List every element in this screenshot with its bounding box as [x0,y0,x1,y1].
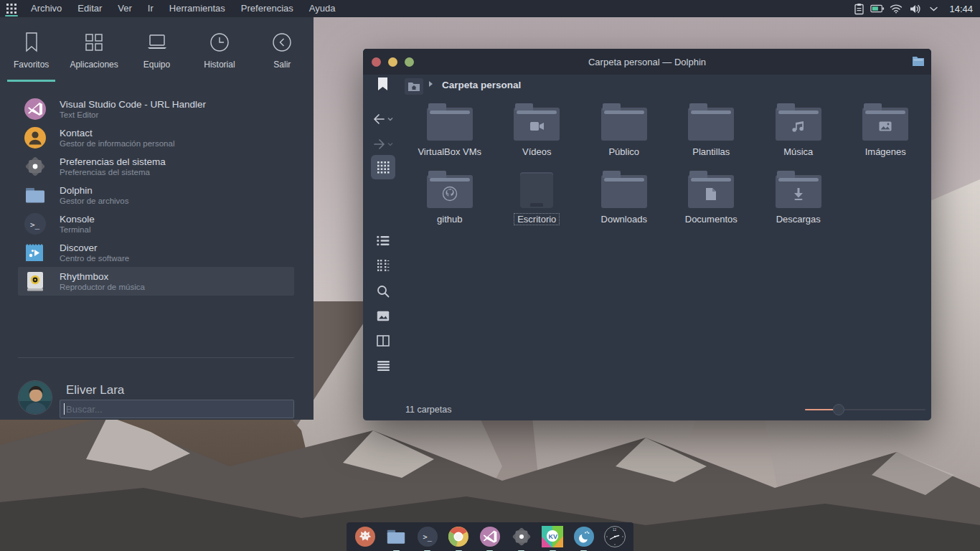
folder-label: github [433,213,466,225]
menu-editar[interactable]: Editar [70,0,110,17]
window-titlebar[interactable]: Carpeta personal — Dolphin [363,49,931,75]
system-settings-icon [24,155,47,178]
firefox-icon [354,526,376,547]
dolphin-statusbar: 11 carpetas [363,399,931,420]
app-row-system-settings[interactable]: Preferencias del sistema Preferencias de… [18,152,294,181]
folder-plantillas[interactable]: Plantillas [668,96,755,164]
folder-descargas[interactable]: Descargas [755,164,842,231]
search-icon[interactable] [363,281,403,301]
folder-icon [862,108,908,141]
menu-ir[interactable]: Ir [140,0,161,17]
tab-aplicaciones[interactable]: Aplicaciones [62,23,125,77]
menu-archivo[interactable]: Archivo [23,0,70,17]
tab-salir[interactable]: Salir [251,23,314,77]
folder-documentos[interactable]: Documentos [668,164,755,231]
vscode-icon [479,526,501,547]
folder-icon [776,175,821,208]
kontact-icon [24,126,47,149]
svg-text:>_: >_ [30,220,40,230]
vscode-icon [24,98,47,121]
svg-text:12: 12 [613,528,617,532]
global-menu-bar: Archivo Editar Ver Ir Herramientas Prefe… [0,0,980,17]
folder-label: Descargas [773,213,824,225]
minimize-button[interactable] [388,57,397,67]
folder-label: Plantillas [689,146,733,158]
menu-ver[interactable]: Ver [110,0,140,17]
tab-equipo[interactable]: Equipo [126,23,188,77]
app-row-rhythmbox[interactable]: Rhythmbox Reproductor de música [18,267,294,296]
dock-firefox[interactable] [350,526,380,547]
close-button[interactable] [372,57,381,67]
folder-escritorio[interactable]: Escritorio [494,164,581,231]
discover-icon [24,241,47,264]
folder-label: VirtualBox VMs [414,146,485,158]
wifi-icon[interactable] [889,1,903,16]
app-name: Kontact [60,128,174,138]
zoom-slider[interactable] [805,399,925,420]
folder-icon [776,108,821,141]
list-view-button[interactable] [363,230,403,250]
window-title: Carpeta personal — Dolphin [588,57,706,67]
tab-label: Aplicaciones [70,60,118,70]
app-row-vscode[interactable]: Visual Studio Code - URL Handler Text Ed… [18,95,294,123]
dock-blue-orb-app[interactable] [569,526,599,547]
folder-github[interactable]: github [406,164,494,231]
folder-virtualbox-vms[interactable]: VirtualBox VMs [406,96,494,164]
tab-label: Historial [204,60,235,70]
chrome-icon [448,526,469,547]
bookmark-icon[interactable] [378,77,387,90]
tab-favoritos[interactable]: Favoritos [0,23,62,77]
forward-button[interactable] [363,134,403,154]
folder-downloads[interactable]: Downloads [580,164,668,231]
split-view-button[interactable] [363,331,403,351]
grid-view-button[interactable] [371,155,395,179]
menu-icon[interactable] [363,356,403,376]
dock-system-settings[interactable] [507,526,537,547]
folder-publico[interactable]: Público [580,96,668,164]
dock-kvantum[interactable]: KV [537,526,567,547]
folder-videos[interactable]: Vídeos [494,96,581,164]
breadcrumb-path[interactable]: Carpeta personal [442,80,521,90]
breadcrumb-home-button[interactable] [405,78,423,95]
dock-chrome[interactable] [443,526,473,547]
dock-konsole[interactable]: >_ [413,526,443,547]
slider-handle[interactable] [833,404,844,415]
tab-historial[interactable]: Historial [188,23,250,77]
menu-preferencias[interactable]: Preferencias [233,0,301,17]
text-caret [64,403,65,415]
folder-imagenes[interactable]: Imágenes [842,96,930,164]
user-avatar[interactable] [18,380,52,415]
maximize-button[interactable] [405,57,414,67]
breadcrumb-separator-icon [429,81,433,87]
app-name: Preferencias del sistema [60,156,166,167]
system-settings-icon [511,526,532,547]
menu-ayuda[interactable]: Ayuda [301,0,344,17]
app-name: Konsole [60,214,95,225]
preview-icon[interactable] [363,306,403,326]
volume-icon[interactable] [908,1,922,16]
battery-icon[interactable] [870,1,885,16]
clipboard-icon[interactable] [852,1,866,16]
app-desc: Reproductor de música [60,283,145,292]
clock[interactable]: 14:44 [946,4,980,14]
folder-grid: VirtualBox VMs Vídeos Público Plantillas… [406,96,929,231]
search-placeholder: Buscar... [66,404,103,415]
folder-musica[interactable]: Música [755,96,842,164]
app-row-discover[interactable]: Discover Centro de software [18,238,294,267]
menu-herramientas[interactable]: Herramientas [161,0,233,17]
app-row-kontact[interactable]: Kontact Gestor de información personal [18,123,294,152]
app-name: Dolphin [60,185,129,196]
back-button[interactable] [363,109,403,129]
search-input[interactable]: Buscar... [60,400,294,418]
app-row-dolphin[interactable]: Dolphin Gestor de archivos [18,181,294,209]
app-row-konsole[interactable]: >_ Konsole Terminal [18,209,294,238]
chevron-down-icon[interactable] [926,1,941,16]
dock-clock-widget[interactable]: 12 [600,525,630,548]
app-launcher-button[interactable] [0,0,23,17]
dock-vscode[interactable] [475,526,505,547]
konsole-icon: >_ [24,212,47,235]
compact-view-button[interactable] [363,255,403,276]
dock-dolphin[interactable] [381,526,411,547]
folder-label: Downloads [598,213,651,225]
kvantum-icon: KV [542,526,563,547]
